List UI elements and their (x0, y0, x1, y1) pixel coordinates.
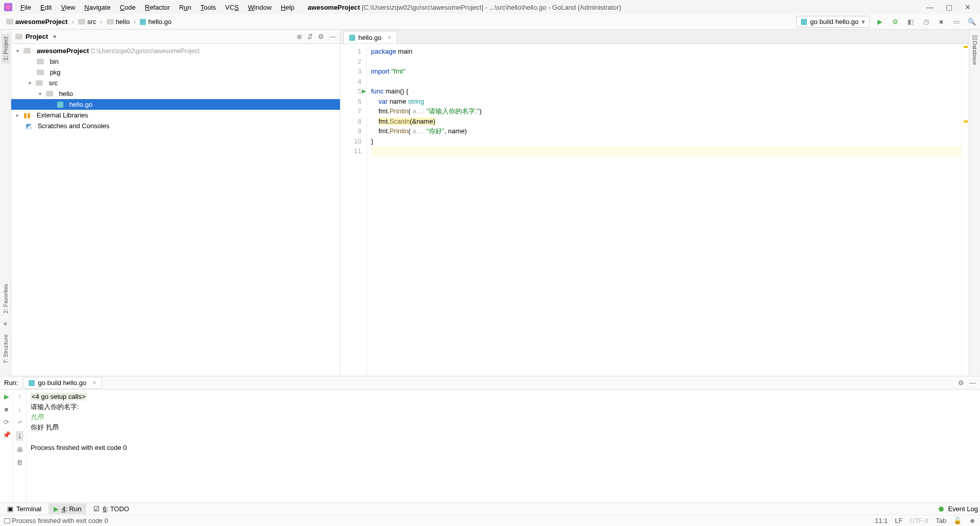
menu-vcs[interactable]: VCS (221, 2, 243, 13)
breadcrumb-hello[interactable]: hello (104, 17, 133, 27)
warning-marker-icon[interactable] (964, 121, 968, 123)
indent-setting[interactable]: Tab (936, 517, 946, 524)
right-tool-stripe: ▤ Database (969, 30, 980, 376)
close-tab-icon[interactable]: × (388, 34, 391, 41)
project-tool-tab[interactable]: 1: Project (2, 34, 10, 63)
menu-view[interactable]: View (57, 2, 79, 13)
menu-code[interactable]: Code (116, 2, 140, 13)
menu-navigate[interactable]: Navigate (80, 2, 114, 13)
folder-icon (46, 91, 53, 97)
terminal-tool-button[interactable]: ▣Terminal (2, 504, 46, 514)
go-file-icon (140, 19, 146, 25)
breadcrumb-file[interactable]: hello.go (137, 17, 175, 27)
console-input-line: 扎昂 (31, 413, 44, 421)
file-encoding[interactable]: UTF-8 (910, 517, 929, 524)
expander-icon[interactable]: ▾ (29, 80, 34, 86)
menu-edit[interactable]: Edit (36, 2, 56, 13)
window-title: awesomeProject [C:\Users\zqw02\go\src\aw… (308, 4, 621, 11)
expander-icon[interactable]: ▸ (16, 112, 21, 118)
lock-icon[interactable]: 🔓 (953, 517, 962, 524)
print-button[interactable]: 🖶 (16, 446, 23, 453)
database-icon: ▤ (972, 34, 977, 41)
run-configuration-dropdown[interactable]: go build hello.go ▾ (796, 16, 870, 28)
profile-button[interactable]: ◷ (921, 17, 931, 27)
run-console[interactable]: <4 go setup calls> 请输入你的名字: 扎昂 你好 扎昂 Pro… (27, 390, 980, 503)
tree-bin[interactable]: bin (11, 56, 340, 67)
menu-window[interactable]: Window (244, 2, 276, 13)
breadcrumb-src[interactable]: src (75, 17, 99, 27)
scratches-icon: ◩ (26, 122, 32, 130)
run-tab[interactable]: go build hello.go × (23, 377, 102, 389)
tree-root[interactable]: ▾ awesomeProject C:\Users\zqw02\go\src\a… (11, 45, 340, 56)
caret-position[interactable]: 11:1 (875, 517, 888, 524)
search-everywhere-button[interactable]: 🔍 (967, 17, 977, 27)
minimize-panel-icon[interactable]: — (329, 33, 336, 40)
layout-button[interactable]: ▭ (951, 17, 962, 27)
tree-external-libraries[interactable]: ▸▮▮ External Libraries (11, 110, 340, 121)
marker-bar[interactable] (962, 44, 969, 376)
tree-scratches[interactable]: ◩ Scratches and Consoles (11, 121, 340, 131)
menu-refactor[interactable]: Refactor (141, 2, 174, 13)
title-bar: File Edit View Navigate Code Refactor Ru… (0, 0, 980, 14)
menu-file[interactable]: File (16, 2, 35, 13)
database-tool-tab[interactable]: Database (972, 41, 978, 65)
chevron-down-icon[interactable]: ▾ (53, 33, 57, 40)
project-panel-header: Project▾ ⊕ ⇵ ⚙ — (11, 30, 340, 44)
minimize-panel-icon[interactable]: — (969, 379, 976, 387)
run-header: Run: go build hello.go × ⚙ — (0, 376, 980, 390)
tree-hello-go[interactable]: hello.go (11, 99, 340, 110)
expander-icon[interactable]: ▾ (16, 48, 21, 54)
menu-help[interactable]: Help (277, 2, 299, 13)
gear-icon[interactable]: ⚙ (318, 33, 324, 40)
warning-marker-icon[interactable] (964, 46, 968, 48)
rerun-button[interactable]: ▶ (4, 393, 9, 400)
go-file-icon (801, 19, 807, 25)
todo-tool-button[interactable]: ☑6: TODO (88, 504, 134, 514)
locate-icon[interactable]: ⊕ (297, 33, 302, 40)
soft-wrap-button[interactable]: ⤶ (17, 418, 22, 426)
code-editor[interactable]: 1 2 3 4 5▶ 6 7 8 9 10 11 package main im… (340, 44, 969, 376)
tree-src[interactable]: ▾ src (11, 78, 340, 88)
folder-icon (37, 59, 44, 64)
project-tree[interactable]: ▾ awesomeProject C:\Users\zqw02\go\src\a… (11, 44, 340, 376)
structure-tool-tab[interactable]: 7: Structure (3, 334, 9, 364)
event-log-button[interactable]: Event Log (948, 505, 978, 513)
tree-hello-folder[interactable]: ▾ hello (11, 88, 340, 99)
line-ending[interactable]: LF (895, 517, 902, 524)
minimize-icon[interactable]: — (926, 3, 934, 11)
run-gutter-icon[interactable]: ▶ (362, 86, 366, 97)
collapse-icon[interactable]: ⇵ (307, 33, 313, 40)
gear-icon[interactable]: ⚙ (958, 379, 964, 387)
scroll-to-end-button[interactable]: ⤓ (16, 431, 23, 441)
breadcrumb-project[interactable]: awesomeProject (3, 17, 71, 27)
maximize-icon[interactable]: ▢ (946, 3, 952, 11)
menu-tools[interactable]: Tools (197, 2, 220, 13)
tree-pkg[interactable]: pkg (11, 67, 340, 78)
stop-button[interactable]: ■ (936, 17, 946, 27)
inspector-icon[interactable]: ☻ (969, 517, 976, 524)
trash-button[interactable]: 🗑 (16, 459, 23, 466)
close-icon[interactable]: ✕ (965, 3, 971, 11)
folded-region[interactable]: <4 go setup calls> (31, 393, 87, 400)
stop-button[interactable]: ■ (5, 405, 9, 413)
expander-icon[interactable]: ▾ (39, 91, 44, 97)
star-icon: ★ (3, 320, 8, 327)
code-content[interactable]: package main import "fmt" func main() { … (367, 44, 962, 376)
status-dot-icon (939, 507, 944, 512)
run-tool-button[interactable]: ▶4: Run (48, 504, 86, 514)
folder-icon (107, 19, 114, 25)
restart-button[interactable]: ⟳ (4, 418, 9, 426)
debug-button[interactable]: ⚙ (890, 17, 900, 27)
menu-run[interactable]: Run (175, 2, 195, 13)
folder-icon (37, 69, 44, 75)
run-button[interactable]: ▶ (875, 17, 885, 27)
pin-button[interactable]: 📌 (3, 431, 11, 439)
down-button[interactable]: ↓ (18, 405, 21, 413)
terminal-icon: ▣ (7, 505, 13, 513)
favorites-tool-tab[interactable]: 2: Favorites (3, 284, 9, 313)
up-button[interactable]: ↑ (18, 393, 21, 400)
close-tab-icon[interactable]: × (92, 379, 96, 387)
coverage-button[interactable]: ◧ (905, 17, 916, 27)
editor-tab-hello[interactable]: hello.go × (344, 31, 397, 43)
status-icon[interactable] (4, 518, 10, 523)
